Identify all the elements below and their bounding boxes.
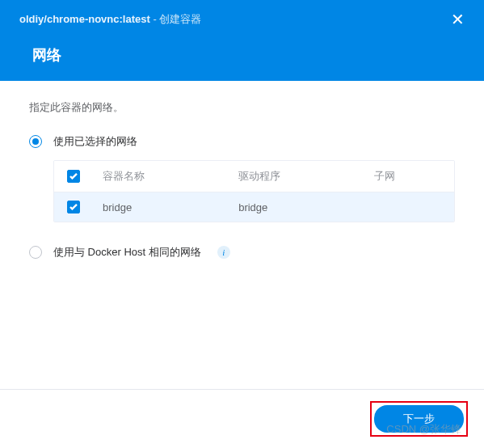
create-container-dialog: oldiy/chrome-novnc:latest - 创建容器 ✕ 网络 指定… [0, 0, 484, 448]
row-checkbox[interactable] [67, 201, 80, 213]
table-header-row: 容器名称 驱动程序 子网 [54, 161, 454, 192]
next-button[interactable]: 下一步 [374, 405, 464, 433]
network-table: 容器名称 驱动程序 子网 bridge bridge [53, 160, 455, 222]
radio-label: 使用与 Docker Host 相同的网络 [53, 245, 201, 260]
radio-selected-network[interactable] [29, 135, 42, 148]
dialog-title: oldiy/chrome-novnc:latest - 创建容器 [19, 12, 201, 27]
col-container-name: 容器名称 [93, 161, 229, 192]
info-icon[interactable]: i [217, 246, 230, 259]
col-driver: 驱动程序 [229, 161, 364, 192]
col-subnet: 子网 [364, 161, 454, 192]
image-name: oldiy/chrome-novnc:latest [19, 13, 150, 25]
instruction-text: 指定此容器的网络。 [29, 100, 455, 115]
dialog-action: 创建容器 [159, 13, 201, 25]
option-use-selected-network[interactable]: 使用已选择的网络 [29, 134, 455, 149]
dialog-header: oldiy/chrome-novnc:latest - 创建容器 ✕ 网络 [0, 0, 484, 81]
dialog-body: 指定此容器的网络。 使用已选择的网络 容器名称 驱动程序 子网 [0, 81, 484, 389]
option-use-docker-host-network[interactable]: 使用与 Docker Host 相同的网络 i [29, 245, 455, 260]
select-all-checkbox[interactable] [67, 170, 80, 183]
cell-name: bridge [93, 192, 229, 222]
table-row[interactable]: bridge bridge [54, 192, 454, 222]
dialog-footer: 下一步 [0, 389, 484, 448]
close-icon[interactable]: ✕ [444, 8, 471, 31]
cell-driver: bridge [229, 192, 364, 222]
next-button-highlight: 下一步 [370, 401, 468, 437]
header-checkbox-cell [54, 161, 93, 192]
radio-docker-host[interactable] [29, 246, 42, 259]
cell-subnet [364, 192, 454, 222]
header-top-bar: oldiy/chrome-novnc:latest - 创建容器 ✕ [0, 0, 484, 37]
section-title: 网络 [32, 45, 465, 65]
row-checkbox-cell [54, 192, 93, 222]
header-section: 网络 [0, 37, 484, 81]
radio-label: 使用已选择的网络 [53, 134, 137, 149]
